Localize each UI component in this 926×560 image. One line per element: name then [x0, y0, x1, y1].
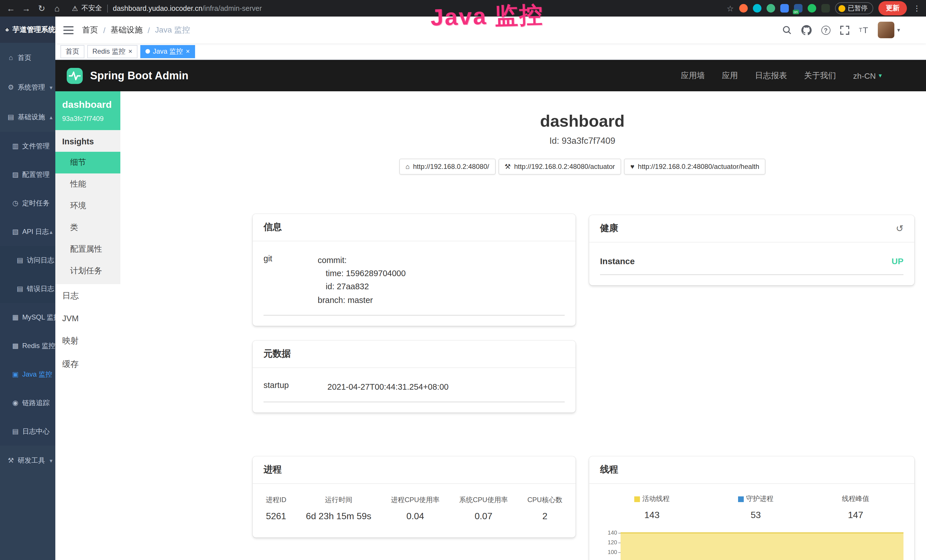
sba-nav-about[interactable]: 关于我们	[804, 70, 836, 81]
sidebar-item-error-logs[interactable]: 错误日志	[0, 274, 55, 303]
threads-chart: 140 120 100	[600, 530, 903, 560]
browser-home-icon[interactable]: ⌂	[52, 3, 62, 13]
sidebar-item-file-mgmt[interactable]: 文件管理	[0, 132, 55, 160]
update-button[interactable]: 更新	[878, 1, 907, 15]
tab-java-monitor[interactable]: Java 监控 ×	[140, 45, 195, 58]
tab-home[interactable]: 首页	[61, 45, 85, 58]
sba-menu-mappings[interactable]: 映射	[55, 329, 120, 353]
sba-nav-applications[interactable]: 应用	[722, 70, 738, 81]
tab-redis-monitor[interactable]: Redis 监控 ×	[87, 45, 138, 58]
sidebar-item-config-mgmt[interactable]: 配置管理	[0, 160, 55, 189]
sba-nav-journal[interactable]: 日志报表	[755, 70, 787, 81]
extension-icon[interactable]	[780, 4, 788, 12]
forward-icon[interactable]: →	[21, 3, 31, 13]
sba-menu-details[interactable]: 细节	[55, 152, 120, 173]
paused-label: 已暂停	[848, 4, 867, 12]
tab-label: Redis 监控	[92, 47, 126, 56]
sba-menu-environment[interactable]: 环境	[55, 195, 120, 217]
close-icon[interactable]: ×	[128, 48, 132, 55]
app-logo[interactable]: 芋道管理系统	[0, 17, 55, 43]
legend-value: 147	[842, 510, 869, 520]
help-icon[interactable]	[821, 26, 830, 35]
legend-peak-threads: 线程峰值 147	[842, 494, 869, 520]
card-title-text: 元数据	[263, 348, 291, 360]
stat-value: 0.04	[391, 511, 440, 522]
warning-icon: ⚠	[72, 4, 78, 12]
threads-card-body: 活动线程 143 守护进程	[589, 484, 914, 560]
chevron-down-icon	[50, 84, 53, 91]
sidebar-item-tracing[interactable]: 链路追踪	[0, 389, 55, 417]
sidebar-item-infrastructure[interactable]: 基础设施	[0, 102, 55, 132]
sba-menu-caches[interactable]: 缓存	[55, 353, 120, 376]
card-title-text: 健康	[600, 222, 618, 235]
instance-header[interactable]: dashboard 93a3fc7f7409	[55, 91, 120, 130]
extension-icon[interactable]	[739, 4, 747, 12]
sba-menu-performance[interactable]: 性能	[55, 173, 120, 195]
sidebar-item-system-mgmt[interactable]: 系统管理	[0, 73, 55, 102]
legend-daemon-threads: 守护进程 53	[738, 494, 773, 520]
sidebar-item-java-monitor[interactable]: Java 监控	[0, 360, 55, 389]
actuator-url-link[interactable]: http://192.168.0.2:48080/actuator	[498, 159, 621, 175]
health-card-body: Instance UP	[589, 242, 914, 285]
extension-icon[interactable]	[766, 4, 775, 12]
sidebar-item-log-center[interactable]: 日志中心	[0, 417, 55, 446]
sidebar-item-mysql-monitor[interactable]: MySQL 监控	[0, 303, 55, 331]
sidebar-item-redis-monitor[interactable]: Redis 监控	[0, 331, 55, 360]
sidebar-item-home[interactable]: 首页	[0, 43, 55, 73]
back-icon[interactable]: ←	[6, 3, 16, 13]
sba-menu-logs[interactable]: 日志	[55, 284, 120, 307]
sba-menu-jvm[interactable]: JVM	[55, 307, 120, 329]
card-title: 信息	[253, 214, 575, 241]
extension-icon[interactable]	[821, 4, 830, 12]
github-icon[interactable]	[801, 25, 811, 35]
refresh-icon[interactable]: ↻	[36, 3, 47, 14]
row-label: startup	[263, 381, 327, 394]
breadcrumb-infrastructure[interactable]: 基础设施	[110, 25, 142, 35]
sidebar-item-api-logs[interactable]: API 日志	[0, 217, 55, 246]
user-menu[interactable]: ▾	[878, 22, 900, 38]
bookmark-star-icon[interactable]: ☆	[727, 4, 734, 13]
service-url-link[interactable]: http://192.168.0.2:48080/	[399, 159, 495, 175]
card-title: 元数据	[253, 341, 575, 368]
font-size-icon[interactable]	[859, 25, 868, 35]
y-tick: 100	[608, 549, 620, 555]
browser-menu-icon[interactable]: ⋮	[913, 4, 921, 12]
url-path: /infra/admin-server	[203, 4, 262, 12]
sba-menu-scheduled-tasks[interactable]: 计划任务	[55, 260, 120, 282]
sidebar-item-scheduled-tasks[interactable]: 定时任务	[0, 189, 55, 217]
sba-menu-classes[interactable]: 类	[55, 217, 120, 239]
security-chip[interactable]: ⚠ 不安全	[72, 3, 102, 13]
legend-label: 线程峰值	[842, 494, 869, 504]
history-icon[interactable]	[896, 223, 903, 234]
sba-brand[interactable]: Spring Boot Admin	[66, 67, 189, 84]
address-bar[interactable]: dashboard.yudao.iocoder.cn/infra/admin-s…	[113, 4, 262, 12]
fullscreen-icon[interactable]	[840, 26, 849, 35]
extension-icon[interactable]	[807, 4, 816, 12]
header-actions: ▾	[782, 22, 926, 38]
status-badge: UP	[891, 256, 903, 266]
browser-actions: ☆ on 已暂停 更新 ⋮	[727, 1, 921, 15]
instance-links: http://192.168.0.2:48080/ http://192.168…	[253, 159, 912, 175]
sba-nav-wallboard[interactable]: 应用墙	[681, 70, 705, 81]
chevron-down-icon	[50, 457, 53, 463]
health-url-link[interactable]: http://192.168.0.2:48080/actuator/health	[624, 159, 766, 175]
hamburger-icon[interactable]	[63, 26, 74, 34]
sidebar-item-access-logs[interactable]: 访问日志	[0, 246, 55, 274]
extension-icon[interactable]	[753, 4, 761, 12]
sidebar-item-devtools[interactable]: 研发工具	[0, 446, 55, 475]
sidebar-item-label: 系统管理	[18, 82, 45, 92]
locale-select[interactable]: zh-CN ▾	[853, 71, 882, 80]
extension-icon[interactable]: on	[794, 4, 802, 12]
chevron-up-icon	[50, 114, 53, 120]
sba-menu-config-props[interactable]: 配置属性	[55, 239, 120, 260]
app-sidebar: 芋道管理系统 首页 系统管理 基础设施 文件管理 配置	[0, 17, 55, 560]
timer-icon	[11, 199, 20, 207]
browser-chrome: ← → ↻ ⌂ ⚠ 不安全 dashboard.yudao.iocoder.cn…	[0, 0, 926, 17]
close-icon[interactable]: ×	[186, 48, 190, 55]
breadcrumb-home[interactable]: 首页	[82, 25, 98, 35]
commit-line: commit:	[318, 254, 406, 267]
paused-badge[interactable]: 已暂停	[835, 2, 873, 14]
app-title: 芋道管理系统	[12, 25, 55, 35]
home-icon	[406, 163, 410, 171]
search-icon[interactable]	[782, 25, 791, 35]
